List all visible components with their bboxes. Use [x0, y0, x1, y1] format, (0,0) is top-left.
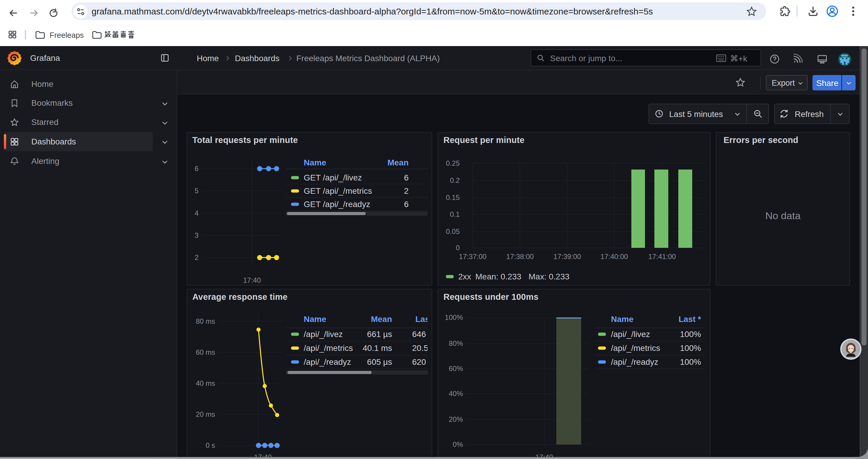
svg-text:17:37:00: 17:37:00 [459, 253, 486, 261]
svg-text:2: 2 [195, 254, 198, 261]
svg-text:80 ms: 80 ms [196, 317, 215, 325]
svg-text:/api/_/readyz: /api/_/readyz [611, 357, 658, 366]
svg-text:/api/_/livez: /api/_/livez [611, 330, 650, 339]
svg-text:6: 6 [404, 173, 409, 182]
svg-text:40.1 ms: 40.1 ms [363, 343, 392, 353]
svg-text:100%: 100% [680, 330, 701, 339]
svg-text:646 µs: 646 µs [412, 330, 432, 339]
svg-text:0.05: 0.05 [446, 227, 460, 235]
svg-text:/api/_/metrics: /api/_/metrics [611, 343, 660, 353]
svg-text:0.2: 0.2 [450, 176, 460, 184]
svg-text:GET /api/_/metrics: GET /api/_/metrics [304, 186, 372, 196]
svg-text:4: 4 [195, 209, 198, 217]
svg-text:/api/_/livez: /api/_/livez [304, 330, 343, 339]
svg-text:100%: 100% [680, 343, 701, 353]
svg-text:60 ms: 60 ms [196, 348, 215, 356]
svg-text:/api/_/metrics: /api/_/metrics [304, 343, 353, 353]
svg-text:Last *: Last * [679, 315, 701, 324]
svg-text:0%: 0% [453, 440, 463, 448]
svg-text:0: 0 [456, 244, 460, 252]
svg-text:Mean: Mean [387, 158, 409, 167]
svg-text:605 µs: 605 µs [367, 357, 392, 366]
svg-text:Name: Name [304, 158, 326, 167]
svg-text:Mean: 0.233: Mean: 0.233 [475, 272, 522, 281]
svg-text:2: 2 [404, 186, 409, 196]
svg-text:40 ms: 40 ms [196, 379, 215, 387]
svg-text:20.5 ms: 20.5 ms [412, 343, 432, 353]
svg-text:17:41:00: 17:41:00 [648, 253, 676, 261]
svg-text:100%: 100% [445, 314, 463, 321]
svg-text:6: 6 [404, 200, 409, 209]
svg-text:Name: Name [304, 315, 326, 324]
svg-text:0.1: 0.1 [450, 210, 460, 218]
svg-text:17:39:00: 17:39:00 [553, 253, 581, 261]
svg-text:Last *: Last * [415, 315, 432, 324]
svg-text:100%: 100% [680, 357, 701, 366]
svg-text:20%: 20% [449, 415, 463, 423]
svg-text:GET /api/_/livez: GET /api/_/livez [304, 173, 362, 182]
svg-text:0.15: 0.15 [446, 193, 460, 201]
svg-text:620 µs: 620 µs [412, 357, 432, 366]
svg-text:Max: 0.233: Max: 0.233 [529, 272, 569, 281]
svg-text:Name: Name [611, 315, 633, 324]
svg-text:0.25: 0.25 [446, 159, 460, 167]
svg-text:2xx: 2xx [458, 272, 471, 281]
svg-text:6: 6 [195, 165, 198, 172]
svg-text:80%: 80% [449, 339, 463, 347]
svg-text:0 s: 0 s [206, 441, 215, 449]
svg-text:40%: 40% [449, 390, 463, 398]
svg-text:60%: 60% [449, 364, 463, 372]
svg-text:GET /api/_/readyz: GET /api/_/readyz [304, 200, 370, 209]
svg-text:/api/_/readyz: /api/_/readyz [304, 357, 351, 366]
svg-text:17:40:00: 17:40:00 [600, 253, 628, 261]
svg-text:20 ms: 20 ms [196, 410, 215, 418]
svg-text:3: 3 [195, 231, 198, 239]
svg-text:17:40: 17:40 [243, 276, 261, 284]
svg-text:Mean: Mean [371, 315, 392, 324]
svg-text:17:38:00: 17:38:00 [506, 253, 533, 261]
svg-text:661 µs: 661 µs [367, 330, 392, 339]
svg-text:5: 5 [195, 187, 198, 195]
